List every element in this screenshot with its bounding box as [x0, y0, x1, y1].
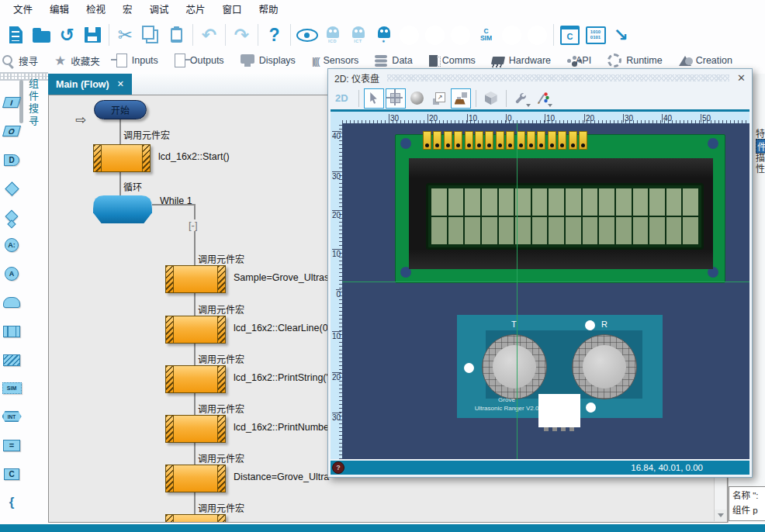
right-panel-glyph-0[interactable]: 特	[756, 126, 765, 140]
paste-icon[interactable]	[164, 22, 189, 48]
category-outputs[interactable]: Outputs	[175, 54, 224, 67]
flow-component-macro-block[interactable]	[165, 265, 226, 293]
palette-simulation[interactable]: SIM	[0, 375, 23, 401]
c-sim-icon[interactable]: C SIM	[474, 22, 498, 48]
tab-main-flow[interactable]: Main (Flow) ✕	[48, 74, 132, 95]
flow-component-macro-block[interactable]	[165, 415, 226, 443]
help-icon[interactable]: ?	[262, 22, 286, 48]
lcd-cell	[599, 217, 614, 244]
window-close-icon[interactable]: ✕	[737, 72, 746, 84]
open-file-icon[interactable]	[29, 22, 54, 48]
palette-output[interactable]: O	[0, 118, 23, 144]
new-file-icon[interactable]	[4, 22, 28, 48]
flow-component-macro-block[interactable]	[165, 316, 226, 344]
title-drag-texture[interactable]	[387, 74, 729, 81]
menu-item-7[interactable]: 帮助	[251, 2, 287, 16]
flow-component-macro-block[interactable]	[165, 514, 226, 523]
ruler-tick-label: 10	[332, 249, 341, 258]
cut-icon[interactable]: ✂	[113, 22, 137, 48]
appearance-brush-icon[interactable]	[533, 88, 553, 109]
menu-item-1[interactable]: 编辑	[41, 2, 78, 16]
dashboard-2d-window[interactable]: 2D: 仪表盘 ✕ 2D 30201001020304050 403020100…	[327, 68, 753, 478]
binary-icon[interactable]: 1010 0101	[583, 22, 608, 48]
flow-component-macro-block[interactable]	[165, 365, 226, 393]
palette-input[interactable]: I	[0, 89, 23, 116]
category-sensors[interactable]: |(((Sensors	[312, 55, 358, 67]
category-favorites[interactable]: ★收藏夹	[54, 54, 100, 68]
app-status-bar	[0, 524, 765, 532]
category-api[interactable]: API	[567, 55, 591, 66]
dashboard-scene[interactable]: T R Grove Ultrasonic Ranger V2.0	[342, 123, 749, 459]
menu-item-2[interactable]: 检视	[78, 2, 114, 16]
select-tool-icon[interactable]	[364, 88, 384, 109]
category-creation[interactable]: Creation	[679, 55, 732, 66]
lcd-pin	[496, 131, 504, 150]
category-search[interactable]: 搜寻	[2, 54, 38, 68]
step-icon[interactable]: ▶❘	[500, 22, 524, 48]
view-icon[interactable]	[295, 22, 319, 48]
orientation-tool-icon[interactable]	[451, 88, 471, 109]
settings-wrench-icon[interactable]	[511, 88, 531, 109]
palette-delay[interactable]: D	[0, 147, 23, 173]
component-search-label[interactable]: 组件搜寻	[26, 78, 40, 128]
palette-macro[interactable]	[0, 318, 23, 344]
menu-item-6[interactable]: 窗口	[214, 2, 251, 16]
lcd-cell	[666, 217, 682, 244]
palette-loop[interactable]	[0, 289, 23, 316]
help-dot-icon[interactable]: ?	[332, 461, 344, 474]
lcd-16x2-component[interactable]	[395, 134, 725, 283]
palette-decision[interactable]	[0, 175, 23, 202]
palette-connection-point[interactable]: A:	[0, 232, 23, 258]
rotate-tool-icon[interactable]	[407, 88, 428, 109]
category-label: Hardware	[509, 55, 551, 66]
ghost-break-icon[interactable]: ∗	[372, 22, 396, 48]
palette-component-macro[interactable]	[0, 347, 23, 373]
c-code-view-icon[interactable]: C	[558, 22, 582, 48]
stop-icon[interactable]: ■	[448, 22, 472, 48]
flow-component-macro-block[interactable]	[93, 144, 151, 172]
sensor-brand-line: Grove	[463, 396, 550, 404]
save-icon[interactable]	[81, 22, 105, 48]
undo-icon[interactable]: ↶	[197, 22, 221, 48]
category-runtime[interactable]: Runtime	[608, 54, 663, 67]
scroll-down-icon[interactable]	[715, 510, 726, 521]
palette-interrupt[interactable]: INT	[0, 403, 23, 430]
flow-start-shape[interactable]: 开始	[94, 100, 147, 119]
category-data[interactable]: Data	[375, 55, 412, 66]
reload-icon[interactable]: ↺	[55, 22, 79, 48]
palette-comment[interactable]: {	[0, 489, 23, 516]
ghost-icd-icon[interactable]: ICD	[320, 22, 344, 48]
flow-loop-shape[interactable]	[93, 195, 152, 223]
redo-icon[interactable]: ↷	[230, 22, 254, 48]
scale-tool-icon[interactable]	[429, 88, 449, 109]
menu-item-0[interactable]: 文件	[5, 2, 41, 16]
palette-calculation[interactable]: =	[0, 432, 23, 458]
flow-component-macro-block[interactable]	[165, 465, 226, 492]
palette-c-code[interactable]: C	[0, 461, 23, 487]
menu-item-4[interactable]: 调试	[141, 2, 178, 16]
palette-goto-connection[interactable]: A	[0, 261, 23, 287]
tab-close-icon[interactable]: ✕	[117, 79, 124, 89]
flow-block-kind-label: 调用元件宏	[198, 451, 244, 465]
right-panel-glyph-3[interactable]: 性	[756, 161, 765, 174]
menu-item-5[interactable]: 芯片	[178, 2, 214, 16]
menu-item-3[interactable]: 宏	[114, 2, 141, 16]
loop-collapse-toggle[interactable]: [-]	[188, 219, 199, 231]
pause-icon[interactable]: ❙❙	[423, 22, 447, 48]
category-hardware[interactable]: Hardware	[492, 55, 551, 66]
category-displays[interactable]: Displays	[241, 54, 296, 67]
compile-to-chip-icon[interactable]: ↘	[609, 22, 633, 48]
ruler-tick-label: 20	[584, 114, 594, 123]
play-icon[interactable]: ▶	[397, 22, 421, 48]
move-tool-icon[interactable]	[386, 88, 406, 109]
palette-goto-connection-icon: A	[5, 267, 19, 281]
palette-switch[interactable]	[0, 203, 23, 230]
category-label: 搜寻	[19, 54, 38, 68]
category-comms[interactable]: Comms	[429, 55, 476, 67]
window-title-bar[interactable]: 2D: 仪表盘 ✕	[328, 69, 752, 87]
view-3d-cube-icon[interactable]	[481, 88, 501, 109]
category-inputs[interactable]: Inputs	[116, 54, 158, 67]
copy-icon[interactable]	[139, 22, 163, 48]
ghost-ict-icon[interactable]: ICT	[346, 22, 370, 48]
fast-forward-icon[interactable]: ▶▶	[525, 22, 549, 48]
